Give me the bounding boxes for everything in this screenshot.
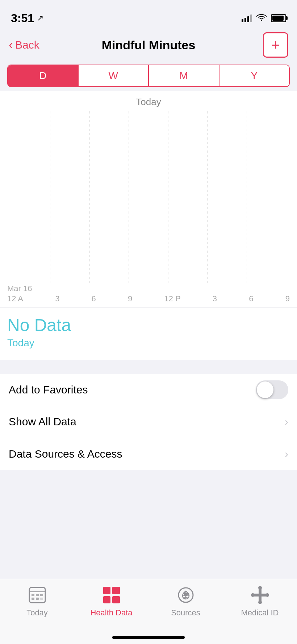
svg-point-16 [265,593,269,597]
chart-time-labels: 12 A 3 6 9 12 P 3 6 9 [0,294,297,304]
back-chevron-icon: ‹ [9,38,13,51]
wifi-icon [256,13,267,23]
add-to-favorites-row[interactable]: Add to Favorites [0,374,297,406]
status-time: 3:51 [11,12,34,25]
svg-rect-6 [36,598,39,600]
chart-grid [0,111,297,285]
svg-point-13 [258,586,262,590]
grid-line [89,111,90,285]
back-button[interactable]: ‹ Back [9,38,39,51]
time-label: 6 [92,294,96,304]
time-label: 6 [249,294,253,304]
time-label: 12 A [7,294,23,304]
svg-rect-5 [32,598,34,600]
grid-line [50,111,50,285]
medical-id-tab-icon [250,585,270,605]
grid-line [168,111,168,285]
today-tab-label: Today [26,608,48,618]
svg-rect-2 [32,594,34,596]
grid-line [11,111,11,285]
svg-point-15 [251,593,255,597]
tab-today[interactable]: Today [16,585,59,618]
health-data-tab-label: Health Data [90,608,132,618]
chevron-right-icon: › [285,416,288,428]
time-label: 9 [128,294,132,304]
chevron-right-icon: › [285,448,288,460]
grid-line [129,111,129,285]
health-data-tab-icon [101,585,122,605]
segment-week[interactable]: W [79,65,148,86]
plus-icon: + [271,37,280,53]
add-to-favorites-label: Add to Favorites [9,384,88,396]
grid-line [247,111,247,285]
add-button[interactable]: + [263,32,288,58]
toggle-knob [257,381,273,398]
settings-list: Add to Favorites Show All Data › Data So… [0,374,297,470]
data-sources-label: Data Sources & Access [9,448,122,460]
data-sources-row[interactable]: Data Sources & Access › [0,438,297,470]
segment-year[interactable]: Y [219,65,289,86]
bottom-spacer [0,470,297,486]
segment-month[interactable]: M [149,65,219,86]
signal-icon [242,14,252,22]
section-spacer [0,360,297,374]
chart-date-header: Today [0,91,297,111]
sources-tab-label: Sources [171,608,200,618]
svg-rect-7 [40,598,43,600]
location-icon: ↗ [37,13,43,23]
tab-bar: Today Health Data [0,579,297,644]
svg-rect-4 [40,594,43,596]
time-segment-control: D W M Y [7,65,290,87]
show-all-data-label: Show All Data [9,416,76,428]
no-data-section: No Data Today [0,307,297,360]
no-data-date: Today [7,337,290,349]
tab-health-data[interactable]: Health Data [90,585,133,618]
back-label: Back [15,39,39,51]
status-icons [242,13,286,23]
favorites-toggle[interactable] [256,380,288,399]
chart-grid-lines [0,111,297,285]
no-data-text: No Data [7,315,290,336]
medical-id-tab-label: Medical ID [241,608,279,618]
nav-bar: ‹ Back Mindful Minutes + [0,29,297,61]
tab-sources[interactable]: Sources [164,585,208,618]
grid-line [207,111,208,285]
svg-point-14 [258,600,262,604]
show-all-data-row[interactable]: Show All Data › [0,406,297,438]
time-label: 12 P [164,294,180,304]
time-label: 3 [213,294,217,304]
chart-bottom-date: Mar 16 [7,284,32,293]
sources-tab-icon [176,585,196,605]
battery-icon [271,14,286,22]
grid-line [286,111,286,285]
chart-area: Mar 16 12 A 3 6 9 12 P 3 6 9 [0,111,297,307]
home-indicator [112,636,185,639]
today-tab-icon [27,585,47,605]
svg-rect-3 [36,594,39,596]
tab-medical-id[interactable]: Medical ID [238,585,282,618]
status-bar: 3:51 ↗ [0,0,297,29]
segment-day[interactable]: D [8,65,78,86]
time-label: 9 [285,294,290,304]
time-label: 3 [55,294,59,304]
page-title: Mindful Minutes [102,38,196,52]
